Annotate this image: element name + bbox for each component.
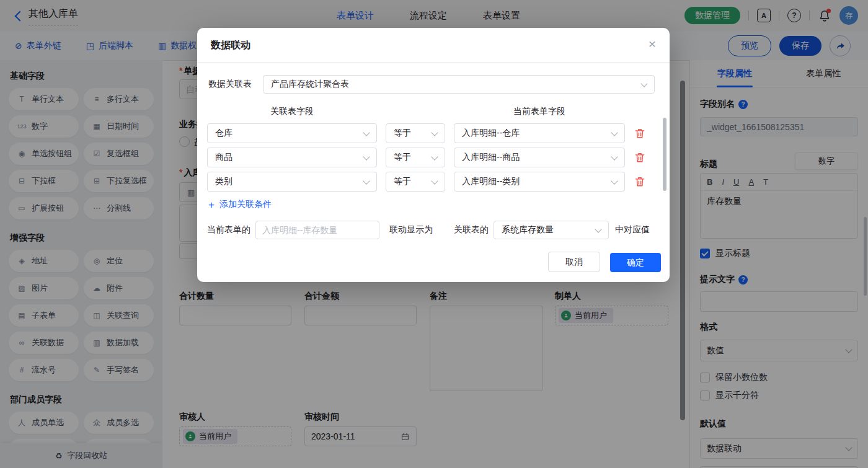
- chevron-down-icon: [363, 129, 370, 136]
- operator-select[interactable]: 等于: [386, 148, 445, 167]
- operator-select[interactable]: 等于: [386, 172, 445, 192]
- condition-column-headers: 关联表字段 当前表单字段: [207, 106, 660, 117]
- relation-of-label: 关联表的: [454, 224, 489, 236]
- chevron-down-icon: [363, 177, 370, 184]
- chevron-down-icon: [640, 80, 647, 87]
- col-header-relation-field: 关联表字段: [207, 106, 377, 117]
- condition-row: 仓库 等于 入库明细--仓库: [207, 123, 660, 143]
- confirm-button[interactable]: 确定: [610, 253, 661, 272]
- modal-body: 数据关联表 产品库存统计聚合表 关联表字段 当前表单字段 仓库 等于 入库明细-…: [197, 75, 670, 239]
- chevron-down-icon: [431, 129, 438, 136]
- relation-field-select[interactable]: 类别: [207, 172, 377, 192]
- display-as-label: 联动显示为: [389, 224, 433, 236]
- delete-row-icon[interactable]: [634, 151, 646, 164]
- relation-field-select[interactable]: 商品: [207, 148, 377, 167]
- relation-table-label: 数据关联表: [208, 79, 263, 90]
- relation-display-field-select[interactable]: 系统库存数量: [494, 221, 609, 239]
- chevron-down-icon: [431, 153, 438, 160]
- delete-row-icon[interactable]: [634, 127, 646, 139]
- relation-field-select[interactable]: 仓库: [207, 123, 377, 143]
- current-field-select[interactable]: 入库明细--类别: [454, 172, 625, 192]
- data-linkage-modal: 数据联动 × 数据关联表 产品库存统计聚合表 关联表字段 当前表单字段 仓库 等…: [197, 28, 670, 282]
- chevron-down-icon: [363, 153, 370, 160]
- plus-icon: +: [208, 200, 215, 210]
- chevron-down-icon: [611, 153, 618, 160]
- add-condition-link[interactable]: + 添加关联条件: [208, 199, 660, 210]
- close-icon[interactable]: ×: [649, 37, 656, 50]
- chevron-down-icon: [595, 226, 601, 232]
- app-root: 其他入库单 表单设计 流程设定 表单设置 数据管理 A ? 存 ⊘ 表单外链: [0, 0, 868, 468]
- relation-table-row: 数据关联表 产品库存统计聚合表: [208, 75, 660, 94]
- current-form-field-input[interactable]: [255, 221, 379, 239]
- linkage-target-row: 当前表单的 联动显示为 关联表的 系统库存数量 中对应值: [207, 221, 660, 239]
- chevron-down-icon: [431, 177, 438, 184]
- cancel-button[interactable]: 取消: [548, 252, 600, 272]
- condition-row: 商品 等于 入库明细--商品: [207, 148, 660, 167]
- chevron-down-icon: [611, 129, 618, 136]
- suffix-label: 中对应值: [615, 224, 650, 236]
- delete-row-icon[interactable]: [634, 175, 646, 188]
- modal-scrollbar[interactable]: [663, 118, 666, 191]
- operator-select[interactable]: 等于: [386, 123, 445, 143]
- current-form-label: 当前表单的: [207, 224, 250, 236]
- relation-table-select[interactable]: 产品库存统计聚合表: [263, 75, 655, 94]
- col-header-current-field: 当前表单字段: [454, 106, 625, 117]
- modal-header: 数据联动 ×: [197, 28, 670, 63]
- current-field-select[interactable]: 入库明细--仓库: [454, 123, 625, 143]
- chevron-down-icon: [611, 177, 618, 184]
- current-field-select[interactable]: 入库明细--商品: [454, 148, 625, 167]
- condition-row: 类别 等于 入库明细--类别: [207, 172, 660, 192]
- modal-title: 数据联动: [211, 39, 250, 52]
